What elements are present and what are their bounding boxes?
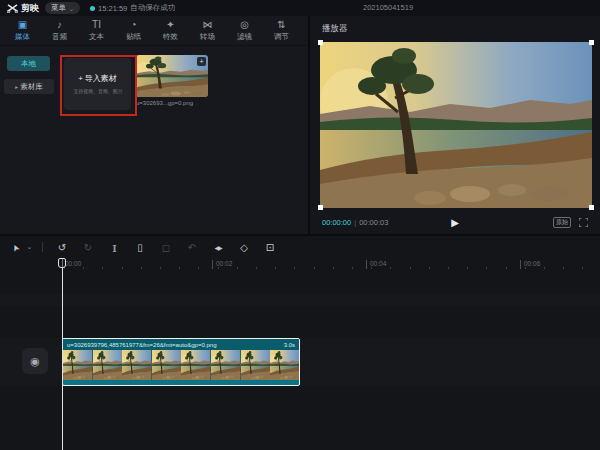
- preview-canvas: [320, 42, 592, 208]
- selection-handle-bottom-left[interactable]: [318, 205, 323, 210]
- tab-media[interactable]: ▣ 媒体: [4, 19, 41, 45]
- import-title: 导入素材: [85, 73, 117, 84]
- autosave-status: 15:21:59 自动保存成功: [90, 3, 175, 13]
- cursor-icon: ➤: [9, 242, 21, 253]
- fullscreen-icon[interactable]: [579, 218, 588, 227]
- import-material-button[interactable]: + 导入素材 支持视频、音频、图片: [64, 58, 131, 110]
- sticker-icon: ◔: [130, 19, 136, 31]
- split-icon: ][: [113, 243, 115, 252]
- rotate-button[interactable]: ◇: [231, 242, 257, 253]
- undo-button[interactable]: ↺: [49, 242, 75, 253]
- select-tool-button[interactable]: ➤: [8, 242, 23, 253]
- track-lane-secondary: [0, 294, 600, 306]
- transition-icon: ⋈: [203, 19, 213, 31]
- tab-filter[interactable]: ◎ 滤镜: [226, 19, 263, 45]
- asset-thumbnail: +: [136, 55, 208, 97]
- time-separator: |: [354, 218, 356, 227]
- current-time: 00:00:00: [322, 218, 351, 227]
- select-tool-dropdown[interactable]: ⌄: [23, 243, 36, 251]
- rotate-icon: ◇: [240, 242, 248, 253]
- audio-icon: ♪: [57, 19, 62, 31]
- total-duration: 00:00:03: [359, 218, 388, 227]
- playhead[interactable]: [62, 258, 63, 450]
- sidebar-item-local[interactable]: 本地: [7, 56, 50, 71]
- media-tabbar: ▣ 媒体 ♪ 音频 TI 文本 ◔ 贴纸 ✦ 特效 ⋈ 转场: [0, 16, 308, 46]
- split-button[interactable]: ][: [101, 243, 127, 252]
- undo-icon: ↺: [58, 242, 66, 253]
- ruler-mark: 00:06: [524, 260, 540, 267]
- adjust-icon: ⇅: [277, 19, 285, 31]
- text-icon: TI: [92, 19, 101, 31]
- ruler-mark: 00:02: [216, 260, 232, 267]
- selection-handle-top-right[interactable]: [589, 40, 594, 45]
- autosave-text: 自动保存成功: [130, 3, 175, 13]
- reverse-icon: ↶: [188, 242, 196, 253]
- media-asset-card[interactable]: + u=302693...gp=0.png: [136, 55, 208, 106]
- clip-thumbnail: [270, 350, 300, 380]
- import-subtitle: 支持视频、音频、图片: [73, 87, 122, 94]
- clip-thumbnail: [241, 350, 271, 380]
- chevron-down-icon: ⌄: [27, 243, 33, 250]
- aspect-ratio-button[interactable]: 原始: [553, 217, 571, 228]
- mirror-button[interactable]: ◀▶: [205, 244, 231, 251]
- record-circle-icon: ◉: [30, 355, 40, 368]
- media-panel: ▣ 媒体 ♪ 音频 TI 文本 ◔ 贴纸 ✦ 特效 ⋈ 转场: [0, 16, 308, 234]
- delete-button[interactable]: ▯: [127, 242, 153, 253]
- tab-text[interactable]: TI 文本: [78, 19, 115, 45]
- ruler-mark: 00:04: [370, 260, 386, 267]
- player-controls: 00:00:00 | 00:00:03 ▶ 原始: [310, 212, 600, 232]
- redo-icon: ↻: [84, 242, 92, 253]
- clip-duration: 3.0s: [284, 342, 295, 348]
- autosave-time: 15:21:59: [98, 4, 127, 13]
- project-name: 202105041519: [363, 3, 413, 12]
- effects-icon: ✦: [166, 19, 174, 31]
- chevron-down-icon: ⌄: [69, 5, 74, 12]
- freeze-frame-icon: ◻: [162, 242, 170, 253]
- chevron-right-icon: ▸: [15, 84, 18, 90]
- filter-icon: ◎: [240, 19, 249, 31]
- toolbar-divider: [42, 242, 43, 252]
- plus-icon: +: [78, 74, 83, 83]
- clip-filmstrip: [63, 350, 299, 380]
- tab-transition[interactable]: ⋈ 转场: [189, 19, 226, 45]
- tab-effects[interactable]: ✦ 特效: [152, 19, 189, 45]
- redo-button[interactable]: ↻: [75, 242, 101, 253]
- tab-adjust[interactable]: ⇅ 调节: [263, 19, 300, 45]
- crop-icon: ⊡: [266, 242, 274, 253]
- ruler-mark: 00:00: [65, 260, 81, 267]
- sidebar-item-library[interactable]: ▸ 素材库: [4, 79, 54, 94]
- clip-thumbnail: [93, 350, 123, 380]
- app-name: 剪映: [21, 2, 39, 15]
- playhead-handle[interactable]: [58, 258, 66, 268]
- add-to-track-badge[interactable]: +: [197, 57, 206, 66]
- selection-handle-top-left[interactable]: [318, 40, 323, 45]
- freeze-frame-button[interactable]: ◻: [153, 242, 179, 253]
- app-window: 剪映 菜单 ⌄ 15:21:59 自动保存成功 202105041519 ▣ 媒…: [0, 0, 600, 450]
- player-panel: 播放器 00:00:00 | 00:00:03 ▶ 原始: [310, 16, 600, 234]
- preview-image[interactable]: [320, 42, 592, 208]
- clip-thumbnail: [63, 350, 93, 380]
- crop-button[interactable]: ⊡: [257, 242, 283, 253]
- menu-button[interactable]: 菜单 ⌄: [45, 2, 80, 14]
- add-audio-track-button[interactable]: ◉: [22, 348, 48, 374]
- player-title: 播放器: [322, 23, 348, 35]
- clip-filename: u=3026939796,485761977&fm=26&fmt=auto&gp…: [67, 342, 278, 348]
- timeline-panel: ➤ ⌄ ↺ ↻ ][ ▯ ◻ ↶: [0, 236, 600, 450]
- media-sidebar: 本地 ▸ 素材库: [0, 50, 58, 234]
- app-logo: 剪映: [7, 2, 39, 15]
- selection-handle-bottom-right[interactable]: [589, 205, 594, 210]
- tab-audio[interactable]: ♪ 音频: [41, 19, 78, 45]
- mirror-icon: ◀▶: [214, 245, 221, 251]
- clip-thumbnail: [181, 350, 211, 380]
- status-dot-icon: [90, 6, 95, 11]
- scissors-icon: [7, 4, 18, 13]
- timeline-clip[interactable]: u=3026939796,485761977&fm=26&fmt=auto&gp…: [62, 338, 300, 386]
- tab-sticker[interactable]: ◔ 贴纸: [115, 19, 152, 45]
- reverse-button[interactable]: ↶: [179, 242, 205, 253]
- delete-icon: ▯: [137, 242, 143, 253]
- clip-thumbnail: [211, 350, 241, 380]
- timeline-toolbar: ➤ ⌄ ↺ ↻ ][ ▯ ◻ ↶: [0, 236, 600, 258]
- play-button[interactable]: ▶: [451, 217, 459, 228]
- asset-filename: u=302693...gp=0.png: [136, 100, 208, 106]
- timeline-ruler[interactable]: 00:00 00:02 00:04 00:06: [0, 258, 600, 272]
